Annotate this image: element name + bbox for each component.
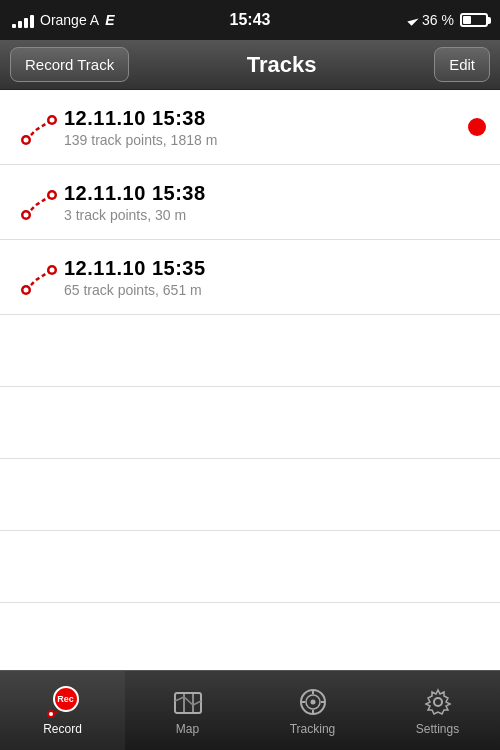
status-time: 15:43: [230, 11, 271, 29]
tab-map-label: Map: [176, 722, 199, 736]
track-list: 12.11.10 15:38139 track points, 1818 m12…: [0, 90, 500, 670]
empty-row-5: [0, 603, 500, 670]
empty-row-3: [0, 459, 500, 531]
tab-bar: Rec Record Map: [0, 670, 500, 750]
track-info-1: 12.11.10 15:38139 track points, 1818 m: [64, 107, 468, 148]
track-date-1: 12.11.10 15:38: [64, 107, 468, 130]
svg-point-15: [24, 288, 29, 293]
status-left: Orange A E: [12, 12, 115, 28]
rec-badge: Rec: [53, 686, 79, 712]
track-info-2: 12.11.10 15:383 track points, 30 m: [64, 182, 486, 223]
track-item-2[interactable]: 12.11.10 15:383 track points, 30 m: [0, 165, 500, 240]
track-date-2: 12.11.10 15:38: [64, 182, 486, 205]
record-track-button[interactable]: Record Track: [10, 47, 129, 82]
tab-tracking-label: Tracking: [290, 722, 336, 736]
settings-tab-icon: [422, 686, 454, 718]
edit-button[interactable]: Edit: [434, 47, 490, 82]
tab-settings-label: Settings: [416, 722, 459, 736]
recording-indicator: [468, 118, 486, 136]
svg-point-31: [310, 699, 315, 704]
signal-bars-icon: [12, 12, 34, 28]
track-path-icon: [14, 252, 64, 302]
svg-point-9: [24, 213, 29, 218]
svg-point-19: [49, 712, 53, 716]
svg-point-3: [24, 138, 29, 143]
tracking-tab-icon: [297, 686, 329, 718]
tab-settings[interactable]: Settings: [375, 671, 500, 750]
track-meta-2: 3 track points, 30 m: [64, 207, 486, 223]
carrier-label: Orange A: [40, 12, 99, 28]
empty-row-4: [0, 531, 500, 603]
svg-point-11: [50, 193, 55, 198]
track-item-3[interactable]: 12.11.10 15:3565 track points, 651 m: [0, 240, 500, 315]
track-path-icon: [14, 102, 64, 152]
track-item-1[interactable]: 12.11.10 15:38139 track points, 1818 m: [0, 90, 500, 165]
svg-point-5: [50, 118, 55, 123]
tab-record[interactable]: Rec Record: [0, 671, 125, 750]
battery-percent-label: 36 %: [422, 12, 454, 28]
empty-row-2: [0, 387, 500, 459]
navigation-arrow-icon: [407, 14, 418, 25]
map-tab-icon: [172, 686, 204, 718]
track-path-icon: [14, 177, 64, 227]
navigation-bar: Record Track Tracks Edit: [0, 40, 500, 90]
svg-point-17: [50, 268, 55, 273]
tab-record-label: Record: [43, 722, 82, 736]
network-type-label: E: [105, 12, 114, 28]
empty-row-1: [0, 315, 500, 387]
status-right: 36 %: [410, 12, 488, 28]
tab-map[interactable]: Map: [125, 671, 250, 750]
track-info-3: 12.11.10 15:3565 track points, 651 m: [64, 257, 486, 298]
battery-icon: [460, 13, 488, 27]
page-title: Tracks: [247, 52, 317, 78]
track-date-3: 12.11.10 15:35: [64, 257, 486, 280]
record-tab-icon: Rec: [47, 686, 79, 718]
track-meta-3: 65 track points, 651 m: [64, 282, 486, 298]
svg-point-36: [434, 698, 442, 706]
track-meta-1: 139 track points, 1818 m: [64, 132, 468, 148]
status-bar: Orange A E 15:43 36 %: [0, 0, 500, 40]
tab-tracking[interactable]: Tracking: [250, 671, 375, 750]
